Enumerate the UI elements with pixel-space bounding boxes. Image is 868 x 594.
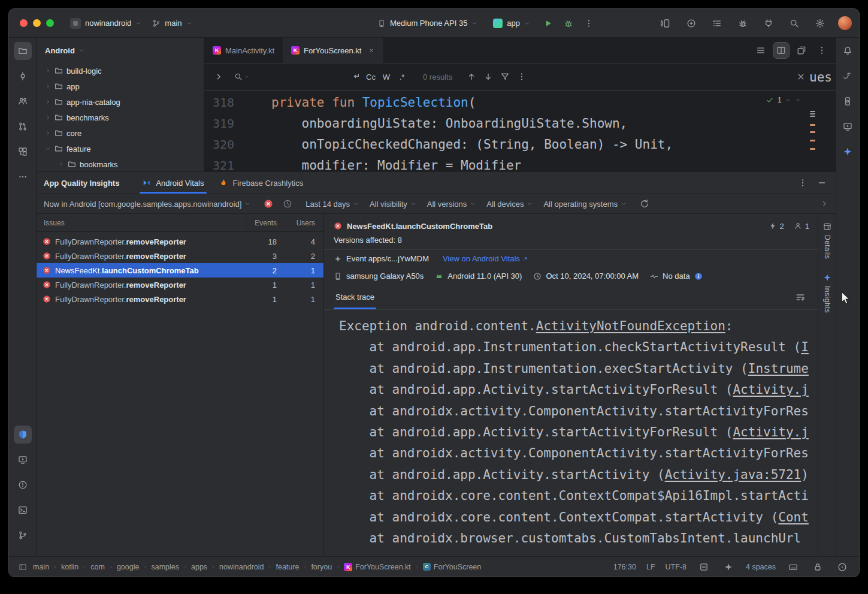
expand-replace-button[interactable] xyxy=(211,70,226,84)
pull-requests-button[interactable] xyxy=(14,117,32,135)
search-input[interactable] xyxy=(254,73,344,82)
issue-row[interactable]: FullyDrawnReporter.removeReporter11 xyxy=(37,292,323,306)
issue-row[interactable]: FullyDrawnReporter.removeReporter32 xyxy=(37,249,323,263)
soft-wrap-button[interactable] xyxy=(793,290,808,305)
tree-item-app-nia-catalog[interactable]: app-nia-catalog xyxy=(37,94,204,110)
problems-button[interactable] xyxy=(14,476,32,494)
run-config-selector[interactable]: app xyxy=(488,16,536,31)
running-devices-button[interactable] xyxy=(839,117,857,135)
tree-item-app[interactable]: app xyxy=(37,79,204,94)
tree-item-bookmarks[interactable]: bookmarks xyxy=(37,156,204,171)
stack-link[interactable]: Cont xyxy=(778,510,809,524)
lock-status-button[interactable] xyxy=(810,560,825,574)
words-toggle[interactable]: W xyxy=(379,70,394,84)
vcs-branch-selector[interactable]: main xyxy=(147,16,197,30)
newline-button[interactable] xyxy=(349,70,363,84)
readonly-toggle[interactable] xyxy=(697,560,711,574)
breadcrumb-item[interactable]: kotlin xyxy=(61,563,78,571)
breadcrumb-item[interactable]: CForYouScreen xyxy=(423,563,481,571)
keyboard-status-button[interactable] xyxy=(786,560,800,574)
match-case-toggle[interactable]: Cc xyxy=(363,70,379,84)
run-button[interactable] xyxy=(540,16,556,31)
event-log-button[interactable] xyxy=(835,560,849,574)
all-visibility-dropdown[interactable]: All visibility xyxy=(370,200,416,209)
filter-search-button[interactable] xyxy=(498,70,512,84)
version-control-button[interactable] xyxy=(14,526,32,544)
stack-link[interactable]: I xyxy=(801,340,809,354)
device-mirroring-button[interactable] xyxy=(658,16,673,31)
all-devices-dropdown[interactable]: All devices xyxy=(486,200,533,209)
tree-item-core[interactable]: core xyxy=(37,125,204,141)
debug-button[interactable] xyxy=(561,16,576,31)
info-icon[interactable] xyxy=(694,272,703,281)
breadcrumb-item[interactable]: com xyxy=(90,563,105,571)
search-button[interactable] xyxy=(787,16,802,31)
zoom-window-button[interactable] xyxy=(46,19,54,27)
breadcrumb-item[interactable]: samples xyxy=(151,563,179,571)
breadcrumb-item[interactable]: main xyxy=(33,563,49,571)
app-filter-dropdown[interactable]: Now in Android [com.google.samples.apps.… xyxy=(44,200,250,209)
close-tab-button[interactable] xyxy=(368,47,374,53)
breadcrumb-item[interactable]: feature xyxy=(276,563,299,571)
breadcrumb-item[interactable]: google xyxy=(117,563,140,571)
bug-button[interactable] xyxy=(735,16,751,31)
hide-panel-button[interactable] xyxy=(814,175,830,191)
user-avatar[interactable] xyxy=(838,16,852,30)
column-events[interactable]: Events xyxy=(241,214,277,231)
side-tab-insights[interactable]: Insights xyxy=(823,273,831,313)
scroll-filters-button[interactable] xyxy=(820,200,828,208)
view-on-android-vitals-link[interactable]: View on Android Vitals xyxy=(443,254,528,263)
file-encoding[interactable]: UTF-8 xyxy=(666,563,686,571)
people-button[interactable] xyxy=(14,92,32,110)
regex-toggle[interactable]: .* xyxy=(394,70,410,84)
stack-link[interactable]: Activity.j xyxy=(733,382,808,397)
close-window-button[interactable] xyxy=(20,19,28,27)
tree-item-feature[interactable]: feature xyxy=(37,141,204,156)
refresh-button[interactable] xyxy=(637,197,652,211)
device-selector[interactable]: Medium Phone API 35 xyxy=(372,16,483,30)
minimize-window-button[interactable] xyxy=(33,19,41,27)
app-quality-insights-button[interactable] xyxy=(14,426,32,444)
services-button[interactable] xyxy=(14,143,32,161)
column-issues[interactable]: Issues xyxy=(37,219,241,227)
more-run-actions-button[interactable] xyxy=(581,16,597,31)
project-selector[interactable]: nowinandroid xyxy=(65,16,147,31)
breadcrumb-item[interactable]: apps xyxy=(191,563,207,571)
tab-android-vitals[interactable]: Android Vitals xyxy=(135,172,211,194)
breadcrumb-item[interactable]: KForYouScreen.kt xyxy=(344,563,411,571)
column-users[interactable]: Users xyxy=(277,214,315,231)
previous-occurrence-button[interactable] xyxy=(464,70,479,84)
anr-filter-button[interactable] xyxy=(280,197,295,211)
terminal-button[interactable] xyxy=(14,501,32,519)
close-search-button[interactable] xyxy=(794,70,808,84)
breadcrumb-item[interactable]: nowinandroid xyxy=(219,563,264,571)
ai-actions-button[interactable] xyxy=(683,16,699,31)
more-tools-button[interactable] xyxy=(14,168,32,186)
commit-button[interactable] xyxy=(14,67,32,85)
task-list-button[interactable] xyxy=(709,16,725,31)
more-vertical-button[interactable] xyxy=(814,43,830,58)
tab-firebase-crashlytics[interactable]: Firebase Crashlytics xyxy=(211,172,311,194)
notifications-button[interactable] xyxy=(839,42,857,60)
gradle-button[interactable] xyxy=(839,67,857,85)
plugins-button[interactable] xyxy=(761,16,776,31)
issue-row[interactable]: FullyDrawnReporter.removeReporter184 xyxy=(37,234,323,249)
fatal-filter-button[interactable] xyxy=(261,197,276,211)
last-14-days-dropdown[interactable]: Last 14 days xyxy=(306,200,359,209)
panel-options-button[interactable] xyxy=(795,175,810,191)
editor-tab-MainActivity.kt[interactable]: KMainActivity.kt xyxy=(204,38,283,63)
device-manager-button[interactable] xyxy=(839,92,857,110)
stack-link[interactable]: Activity.j xyxy=(733,425,808,439)
issue-row[interactable]: NewsFeedKt.launchCustomChromeTab21 xyxy=(37,263,323,278)
stack-link[interactable]: ActivityNotFoundException xyxy=(536,319,725,333)
code-editor[interactable]: 318private fun TopicSelection(319 onboar… xyxy=(204,91,836,171)
tree-item-benchmarks[interactable]: benchmarks xyxy=(37,110,204,125)
breadcrumb-item[interactable]: foryou xyxy=(311,563,332,571)
next-occurrence-button[interactable] xyxy=(481,70,495,84)
search-mode-button[interactable] xyxy=(234,73,249,81)
stack-trace-tab[interactable]: Stack trace xyxy=(334,285,376,309)
gemini-button[interactable] xyxy=(839,143,857,161)
more-search-options-button[interactable] xyxy=(515,70,529,84)
split-editor-button[interactable] xyxy=(773,43,789,58)
inspection-widget[interactable]: 1 xyxy=(766,95,801,104)
